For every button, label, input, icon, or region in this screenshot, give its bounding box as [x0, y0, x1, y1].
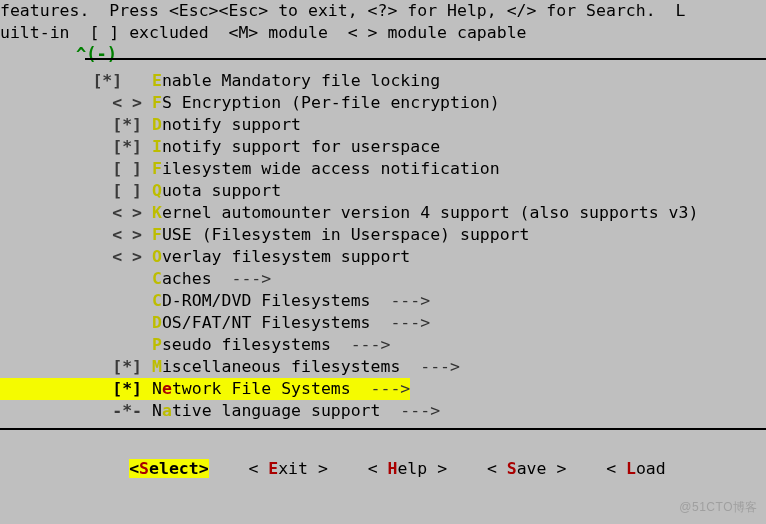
item-prefix: -*- — [0, 400, 152, 422]
scroll-up-indicator: ^(-) — [76, 43, 117, 65]
item-label: USE (Filesystem in Userspace) support — [162, 225, 530, 244]
item-label: tive language support — [172, 401, 400, 420]
item-prefix: < > — [0, 224, 152, 246]
item-hotkey: K — [152, 203, 162, 222]
item-prefix: < > — [0, 246, 152, 268]
menu-item-3[interactable]: [*] Inotify support for userspace — [0, 136, 766, 158]
item-label: notify support for userspace — [162, 137, 440, 156]
item-label: aches — [162, 269, 232, 288]
item-label: D-ROM/DVD Filesystems — [162, 291, 390, 310]
menu-item-2[interactable]: [*] Dnotify support — [0, 114, 766, 136]
item-label: iscellaneous filesystems — [162, 357, 420, 376]
menu-item-14[interactable]: [*] Network File Systems ---> — [0, 378, 410, 400]
item-label: S Encryption (Per-file encryption) — [162, 93, 500, 112]
item-pre: N — [152, 401, 162, 420]
menu-item-1[interactable]: < > FS Encryption (Per-file encryption) — [0, 92, 766, 114]
button-bar: <Select> < Exit > < Help > < Save > < Lo… — [0, 458, 766, 480]
select-button[interactable]: <Select> — [129, 459, 208, 478]
item-prefix: [*] — [0, 356, 152, 378]
item-hotkey: D — [152, 313, 162, 332]
exit-button[interactable]: < Exit > — [248, 459, 328, 478]
menu-item-9[interactable]: Caches ---> — [0, 268, 766, 290]
menu-item-4[interactable]: [ ] Filesystem wide access notification — [0, 158, 766, 180]
item-hotkey: F — [152, 159, 162, 178]
item-hotkey: D — [152, 115, 162, 134]
top-divider: ^(-) — [0, 46, 766, 68]
menu-item-10[interactable]: CD-ROM/DVD Filesystems ---> — [0, 290, 766, 312]
submenu-arrow-icon: ---> — [390, 291, 430, 310]
item-prefix: [*] — [0, 70, 152, 92]
item-hotkey: F — [152, 225, 162, 244]
item-prefix — [0, 290, 152, 312]
load-button[interactable]: < Load — [606, 459, 666, 478]
submenu-arrow-icon: ---> — [231, 269, 271, 288]
item-label: verlay filesystem support — [162, 247, 410, 266]
item-label: OS/FAT/NT Filesystems — [162, 313, 390, 332]
menu-item-12[interactable]: Pseudo filesystems ---> — [0, 334, 766, 356]
submenu-arrow-icon: ---> — [400, 401, 440, 420]
help-hint-line1: features. Press <Esc><Esc> to exit, <?> … — [0, 0, 766, 22]
item-label: nable Mandatory file locking — [162, 71, 440, 90]
item-prefix: [ ] — [0, 180, 152, 202]
item-hotkey: I — [152, 137, 162, 156]
item-hotkey: E — [152, 71, 162, 90]
item-hotkey: e — [162, 379, 172, 398]
item-label: ernel automounter version 4 support (als… — [162, 203, 698, 222]
item-hotkey: M — [152, 357, 162, 376]
submenu-arrow-icon: ---> — [371, 379, 411, 398]
item-hotkey: Q — [152, 181, 162, 200]
item-hotkey: O — [152, 247, 162, 266]
item-label: uota support — [162, 181, 281, 200]
help-hint-line2: uilt-in [ ] excluded <M> module < > modu… — [0, 22, 766, 44]
watermark: @51CTO博客 — [679, 496, 758, 518]
item-prefix: [*] — [0, 114, 152, 136]
item-hotkey: C — [152, 269, 162, 288]
menu-item-7[interactable]: < > FUSE (Filesystem in Userspace) suppo… — [0, 224, 766, 246]
item-label: twork File Systems — [172, 379, 371, 398]
item-label: notify support — [162, 115, 301, 134]
submenu-arrow-icon: ---> — [420, 357, 460, 376]
menu-list: [*] Enable Mandatory file locking< > FS … — [0, 70, 766, 422]
bottom-divider — [0, 428, 766, 430]
item-label: ilesystem wide access notification — [162, 159, 500, 178]
menu-item-15[interactable]: -*- Native language support ---> — [0, 400, 766, 422]
submenu-arrow-icon: ---> — [351, 335, 391, 354]
item-hotkey: C — [152, 291, 162, 310]
submenu-arrow-icon: ---> — [390, 313, 430, 332]
item-prefix: [*] — [0, 136, 152, 158]
item-hotkey: P — [152, 335, 162, 354]
item-prefix: < > — [0, 92, 152, 114]
menu-item-5[interactable]: [ ] Quota support — [0, 180, 766, 202]
item-hotkey: a — [162, 401, 172, 420]
item-hotkey: F — [152, 93, 162, 112]
item-pre: N — [152, 379, 162, 398]
menu-item-11[interactable]: DOS/FAT/NT Filesystems ---> — [0, 312, 766, 334]
item-prefix — [0, 268, 152, 290]
item-prefix: [*] — [0, 378, 152, 400]
item-prefix — [0, 312, 152, 334]
menu-item-13[interactable]: [*] Miscellaneous filesystems ---> — [0, 356, 766, 378]
item-prefix — [0, 334, 152, 356]
help-button[interactable]: < Help > — [368, 459, 448, 478]
save-button[interactable]: < Save > — [487, 459, 567, 478]
menu-item-6[interactable]: < > Kernel automounter version 4 support… — [0, 202, 766, 224]
item-label: seudo filesystems — [162, 335, 351, 354]
item-prefix: < > — [0, 202, 152, 224]
item-prefix: [ ] — [0, 158, 152, 180]
menu-item-8[interactable]: < > Overlay filesystem support — [0, 246, 766, 268]
menu-item-0[interactable]: [*] Enable Mandatory file locking — [0, 70, 766, 92]
